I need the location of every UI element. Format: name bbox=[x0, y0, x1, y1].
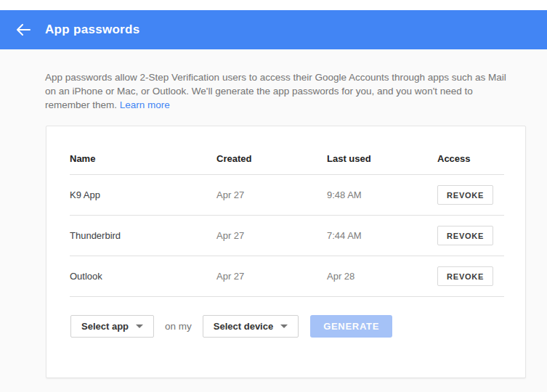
generator-controls: Select app on my Select device GENERATE bbox=[70, 315, 504, 338]
last-used-cell: 7:44 AM bbox=[327, 230, 437, 241]
learn-more-link[interactable]: Learn more bbox=[120, 99, 170, 110]
app-passwords-card: Name Created Last used Access K9 App Apr… bbox=[46, 126, 526, 378]
app-name-cell: K9 App bbox=[70, 189, 216, 200]
created-cell: Apr 27 bbox=[216, 271, 327, 282]
app-name-cell: Outlook bbox=[70, 271, 216, 282]
generate-button[interactable]: GENERATE bbox=[310, 315, 392, 338]
top-strip bbox=[0, 0, 547, 10]
column-header-name: Name bbox=[70, 153, 216, 174]
arrow-left-icon bbox=[16, 24, 31, 36]
last-used-cell: 9:48 AM bbox=[327, 189, 437, 200]
access-cell: REVOKE bbox=[437, 226, 504, 245]
conjunction-text: on my bbox=[165, 321, 192, 332]
select-app-dropdown[interactable]: Select app bbox=[70, 315, 154, 338]
table-row: Outlook Apr 27 Apr 28 REVOKE bbox=[70, 256, 504, 297]
main-content: App passwords allow 2-Step Verification … bbox=[0, 70, 547, 112]
description: App passwords allow 2-Step Verification … bbox=[45, 70, 516, 112]
description-text: App passwords allow 2-Step Verification … bbox=[45, 72, 506, 110]
app-name-cell: Thunderbird bbox=[70, 230, 216, 241]
select-device-label: Select device bbox=[214, 321, 273, 332]
access-cell: REVOKE bbox=[437, 266, 504, 286]
select-device-dropdown[interactable]: Select device bbox=[203, 315, 299, 338]
created-cell: Apr 27 bbox=[216, 189, 327, 200]
last-used-cell: Apr 28 bbox=[327, 271, 437, 282]
revoke-button[interactable]: REVOKE bbox=[437, 226, 493, 245]
created-cell: Apr 27 bbox=[216, 230, 327, 241]
app-passwords-table: Name Created Last used Access K9 App Apr… bbox=[70, 126, 504, 297]
column-header-access: Access bbox=[437, 153, 504, 174]
revoke-button[interactable]: REVOKE bbox=[437, 185, 493, 205]
table-row: Thunderbird Apr 27 7:44 AM REVOKE bbox=[70, 216, 504, 256]
chevron-down-icon bbox=[280, 324, 288, 328]
select-app-label: Select app bbox=[81, 321, 129, 332]
table-header-row: Name Created Last used Access bbox=[70, 126, 504, 175]
table-body: K9 App Apr 27 9:48 AM REVOKE Thunderbird… bbox=[70, 175, 504, 297]
column-header-last-used: Last used bbox=[327, 153, 437, 174]
chevron-down-icon bbox=[136, 324, 143, 328]
page-title: App passwords bbox=[45, 23, 139, 37]
column-header-created: Created bbox=[216, 153, 327, 174]
table-row: K9 App Apr 27 9:48 AM REVOKE bbox=[70, 175, 504, 216]
back-button[interactable] bbox=[15, 21, 32, 38]
revoke-button[interactable]: REVOKE bbox=[437, 266, 493, 286]
app-bar: App passwords bbox=[0, 10, 547, 49]
access-cell: REVOKE bbox=[437, 185, 504, 205]
